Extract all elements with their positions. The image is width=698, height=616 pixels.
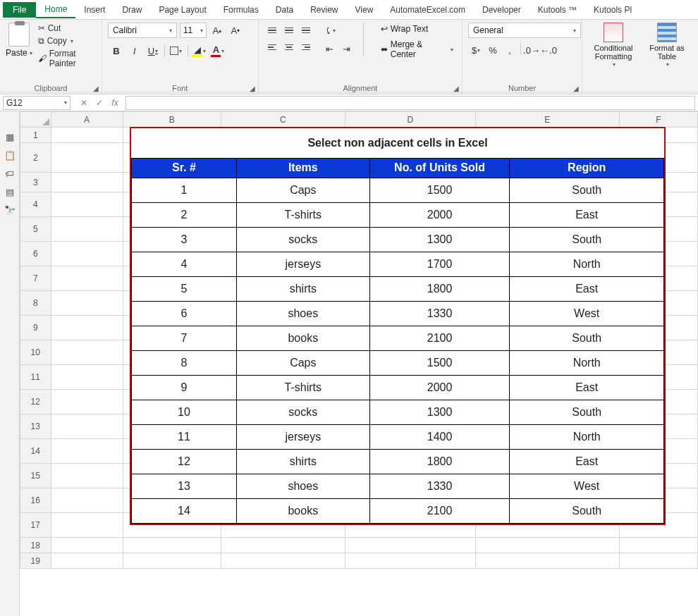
- col-header-A[interactable]: A: [51, 112, 123, 128]
- data-cell[interactable]: 2000: [369, 375, 510, 400]
- data-cell[interactable]: 1800: [369, 449, 510, 474]
- data-cell[interactable]: socks: [236, 400, 369, 424]
- data-cell[interactable]: 14: [132, 498, 237, 523]
- align-middle-icon[interactable]: [281, 23, 297, 38]
- data-cell[interactable]: shirts: [236, 276, 369, 301]
- format-painter-button[interactable]: 🖌Format Painter: [37, 48, 96, 69]
- clipboard-icon[interactable]: 📋: [4, 149, 16, 161]
- row-header-13[interactable]: 13: [20, 414, 51, 439]
- increase-decimal-icon[interactable]: .0→: [524, 42, 539, 58]
- data-cell[interactable]: 1800: [369, 276, 510, 301]
- cell-C19[interactable]: [221, 553, 345, 569]
- cell-A5[interactable]: [51, 217, 123, 242]
- data-cell[interactable]: North: [510, 252, 664, 276]
- data-cell[interactable]: 1: [132, 178, 237, 202]
- data-cell[interactable]: 2000: [369, 202, 510, 227]
- row-header-7[interactable]: 7: [20, 266, 51, 291]
- data-cell[interactable]: South: [510, 178, 664, 202]
- accounting-button[interactable]: $▾: [468, 42, 484, 58]
- row-header-9[interactable]: 9: [20, 316, 51, 340]
- underline-button[interactable]: U▾: [145, 42, 161, 59]
- cell-C18[interactable]: [221, 538, 345, 553]
- grid-icon[interactable]: ▤: [4, 186, 16, 197]
- decrease-font-icon[interactable]: A▾: [228, 23, 243, 38]
- cell-A3[interactable]: [51, 173, 123, 192]
- data-cell[interactable]: 4: [132, 252, 237, 276]
- tab-draw[interactable]: Draw: [114, 2, 150, 18]
- row-header-18[interactable]: 18: [20, 538, 51, 553]
- tab-view[interactable]: View: [347, 2, 382, 18]
- data-cell[interactable]: shoes: [236, 301, 369, 326]
- data-cell[interactable]: 1500: [369, 350, 510, 375]
- data-header[interactable]: No. of Units Sold: [369, 158, 510, 178]
- select-all-corner[interactable]: [20, 112, 51, 128]
- row-header-1[interactable]: 1: [20, 128, 51, 143]
- row-header-17[interactable]: 17: [20, 513, 51, 538]
- fill-color-button[interactable]: ◢▾: [191, 42, 208, 59]
- data-cell[interactable]: books: [236, 498, 369, 523]
- orientation-button[interactable]: ⤹▾: [322, 23, 338, 38]
- data-cell[interactable]: East: [510, 202, 664, 227]
- binoculars-icon[interactable]: 🔭: [4, 204, 16, 216]
- number-format-select[interactable]: General▾: [468, 23, 581, 38]
- align-right-icon[interactable]: [298, 39, 314, 55]
- cell-A10[interactable]: [51, 340, 123, 365]
- row-header-14[interactable]: 14: [20, 439, 51, 464]
- cell-D18[interactable]: [345, 538, 475, 553]
- data-cell[interactable]: 1330: [369, 474, 510, 498]
- data-cell[interactable]: shoes: [236, 474, 369, 498]
- tab-developer[interactable]: Developer: [474, 2, 529, 18]
- fx-icon[interactable]: fx: [109, 98, 121, 108]
- row-header-2[interactable]: 2: [20, 143, 51, 173]
- cell-A7[interactable]: [51, 266, 123, 291]
- data-cell[interactable]: North: [510, 424, 664, 449]
- data-cell[interactable]: 9: [132, 375, 237, 400]
- accept-formula-icon[interactable]: ✓: [93, 98, 106, 108]
- cell-A17[interactable]: [51, 513, 123, 538]
- cell-A2[interactable]: [51, 143, 123, 173]
- data-cell[interactable]: T-shirts: [236, 202, 369, 227]
- alignment-launcher-icon[interactable]: ◢: [453, 85, 459, 92]
- cell-A11[interactable]: [51, 365, 123, 390]
- data-cell[interactable]: 1300: [369, 400, 510, 424]
- borders-button[interactable]: ▾: [168, 42, 185, 59]
- cell-B18[interactable]: [123, 538, 221, 553]
- clipboard-launcher-icon[interactable]: ◢: [93, 85, 99, 92]
- data-cell[interactable]: jerseys: [236, 252, 369, 276]
- data-cell[interactable]: 2: [132, 202, 237, 227]
- data-cell[interactable]: East: [510, 375, 664, 400]
- worksheet-grid[interactable]: ABCDEF12345678910111213141516171819 Sele…: [20, 111, 698, 616]
- bold-button[interactable]: B: [108, 42, 125, 59]
- col-header-E[interactable]: E: [475, 112, 619, 128]
- font-size-select[interactable]: 11▾: [180, 23, 207, 38]
- cut-button[interactable]: ✂Cut: [37, 23, 96, 34]
- align-center-icon[interactable]: [281, 39, 297, 55]
- align-bottom-icon[interactable]: [298, 23, 314, 38]
- tab-automateexcel-com[interactable]: AutomateExcel.com: [381, 2, 474, 18]
- cell-A18[interactable]: [51, 538, 123, 553]
- tab-kutools-pl[interactable]: Kutools Pl: [585, 2, 640, 18]
- paste-button[interactable]: Paste▾: [6, 48, 32, 58]
- tab-kutools-[interactable]: Kutools ™: [529, 2, 585, 18]
- comma-button[interactable]: ,: [502, 42, 518, 58]
- cell-A13[interactable]: [51, 414, 123, 439]
- data-cell[interactable]: 3: [132, 227, 237, 252]
- row-header-4[interactable]: 4: [20, 192, 51, 217]
- tab-page-layout[interactable]: Page Layout: [150, 2, 214, 18]
- cell-A6[interactable]: [51, 242, 123, 266]
- formula-input[interactable]: [125, 96, 695, 110]
- data-cell[interactable]: 7: [132, 326, 237, 350]
- data-cell[interactable]: 12: [132, 449, 237, 474]
- merge-center-button[interactable]: ⬌Merge & Center▾: [378, 38, 456, 61]
- decrease-decimal-icon[interactable]: ←.0: [541, 42, 556, 58]
- data-cell[interactable]: 6: [132, 301, 237, 326]
- data-cell[interactable]: Caps: [236, 350, 369, 375]
- cell-F19[interactable]: [619, 553, 697, 569]
- data-cell[interactable]: South: [510, 326, 664, 350]
- paste-icon[interactable]: [8, 23, 30, 47]
- data-cell[interactable]: 11: [132, 424, 237, 449]
- data-cell[interactable]: East: [510, 276, 664, 301]
- row-header-16[interactable]: 16: [20, 488, 51, 513]
- cell-E18[interactable]: [475, 538, 619, 553]
- row-header-15[interactable]: 15: [20, 464, 51, 488]
